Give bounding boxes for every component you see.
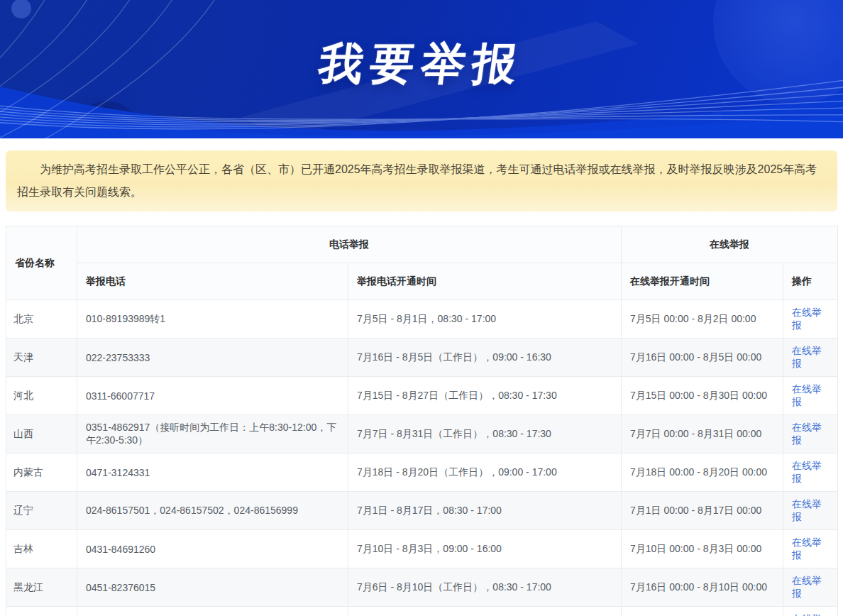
table-row: 北京 010-89193989转1 7月5日 - 8月1日，08:30 - 17… [6,300,838,339]
province-cell: 黑龙江 [6,568,77,607]
phone-time-cell: 7月18日 - 8月20日（工作日），09:00 - 17:00 [348,453,622,492]
table-row: 山西 0351-4862917（接听时间为工作日：上午8:30-12:00，下午… [6,415,838,453]
page: 我要举报 为维护高考招生录取工作公平公正，各省（区、市）已开通2025年高考招生… [0,0,843,616]
phone-cell: 022-23753333 [77,339,348,377]
online-report-link[interactable]: 在线举报 [792,498,822,522]
page-title: 我要举报 [0,35,843,92]
phone-time-cell: 7月5日 - 8月1日，08:30 - 17:00 [348,300,622,339]
online-report-link[interactable]: 在线举报 [792,460,822,484]
phone-time-cell: 7月18日 - 8月5日（工作日），09:00 - 16:00 [348,607,622,616]
phone-cell: 024-86157501，024-86157502，024-86156999 [77,492,348,530]
header-action: 操作 [783,263,838,300]
online-time-cell: 7月5日 00:00 - 8月2日 00:00 [622,300,783,339]
online-time-cell: 7月18日 09:00 - 8月5日 16:00 [622,607,783,616]
table-row: 河北 0311-66007717 7月15日 - 8月27日（工作日），08:3… [6,377,838,415]
header-phone-time: 举报电话开通时间 [348,263,622,300]
online-report-link[interactable]: 在线举报 [792,422,822,446]
table-body: 北京 010-89193989转1 7月5日 - 8月1日，08:30 - 17… [6,300,838,616]
online-report-link[interactable]: 在线举报 [792,537,822,561]
online-time-cell: 7月16日 00:00 - 8月5日 00:00 [622,339,783,377]
phone-cell: 021-35367210 [77,607,348,616]
table-row: 天津 022-23753333 7月16日 - 8月5日（工作日），09:00 … [6,339,838,377]
phone-time-cell: 7月16日 - 8月5日（工作日），09:00 - 16:30 [348,339,622,377]
phone-time-cell: 7月15日 - 8月27日（工作日），08:30 - 17:30 [348,377,622,415]
phone-cell: 0471-3124331 [77,453,348,492]
header-phone: 举报电话 [77,263,348,300]
phone-cell: 0451-82376015 [77,568,348,607]
header-phone-group: 电话举报 [77,226,622,263]
table-row: 辽宁 024-86157501，024-86157502，024-8615699… [6,492,838,530]
notice-text: 为维护高考招生录取工作公平公正，各省（区、市）已开通2025年高考招生录取举报渠… [17,158,826,204]
phone-cell: 0311-66007717 [77,377,348,415]
phone-time-cell: 7月6日 - 8月10日（工作日），08:30 - 17:00 [348,568,622,607]
online-report-link[interactable]: 在线举报 [792,613,822,616]
phone-time-cell: 7月7日 - 8月31日（工作日），08:30 - 17:30 [348,415,622,453]
table-row: 内蒙古 0471-3124331 7月18日 - 8月20日（工作日），09:0… [6,453,838,492]
province-cell: 上海 [6,607,77,616]
table-header: 省份名称 电话举报 在线举报 举报电话 举报电话开通时间 在线举报开通时间 操作 [6,226,838,300]
province-cell: 河北 [6,377,77,415]
table-row: 黑龙江 0451-82376015 7月6日 - 8月10日（工作日），08:3… [6,568,838,607]
header-online-group: 在线举报 [622,226,838,263]
table-row: 上海 021-35367210 7月18日 - 8月5日（工作日），09:00 … [6,607,838,616]
province-cell: 吉林 [6,530,77,568]
report-table: 省份名称 电话举报 在线举报 举报电话 举报电话开通时间 在线举报开通时间 操作… [6,226,838,616]
phone-cell: 0351-4862917（接听时间为工作日：上午8:30-12:00，下午2:3… [77,415,348,453]
online-report-link[interactable]: 在线举报 [792,307,822,331]
header-online-time: 在线举报开通时间 [622,263,783,300]
phone-time-cell: 7月1日 - 8月17日，08:30 - 17:00 [348,492,622,530]
province-cell: 内蒙古 [6,453,77,492]
province-cell: 山西 [6,415,77,453]
online-report-link[interactable]: 在线举报 [792,345,822,369]
phone-cell: 010-89193989转1 [77,300,348,339]
notice-box: 为维护高考招生录取工作公平公正，各省（区、市）已开通2025年高考招生录取举报渠… [6,150,837,211]
phone-cell: 0431-84691260 [77,530,348,568]
banner: 我要举报 [0,0,843,138]
online-time-cell: 7月7日 00:00 - 8月31日 00:00 [622,415,783,453]
online-report-link[interactable]: 在线举报 [792,383,822,407]
province-cell: 天津 [6,339,77,377]
online-time-cell: 7月18日 00:00 - 8月20日 00:00 [622,453,783,492]
province-cell: 北京 [6,300,77,339]
online-time-cell: 7月15日 00:00 - 8月30日 00:00 [622,377,783,415]
online-report-link[interactable]: 在线举报 [792,575,822,599]
online-time-cell: 7月10日 00:00 - 8月3日 00:00 [622,530,783,568]
header-province: 省份名称 [6,226,77,300]
phone-time-cell: 7月10日 - 8月3日，09:00 - 16:00 [348,530,622,568]
table-row: 吉林 0431-84691260 7月10日 - 8月3日，09:00 - 16… [6,530,838,568]
online-time-cell: 7月1日 00:00 - 8月17日 00:00 [622,492,783,530]
province-cell: 辽宁 [6,492,77,530]
online-time-cell: 7月16日 00:00 - 8月10日 00:00 [622,568,783,607]
